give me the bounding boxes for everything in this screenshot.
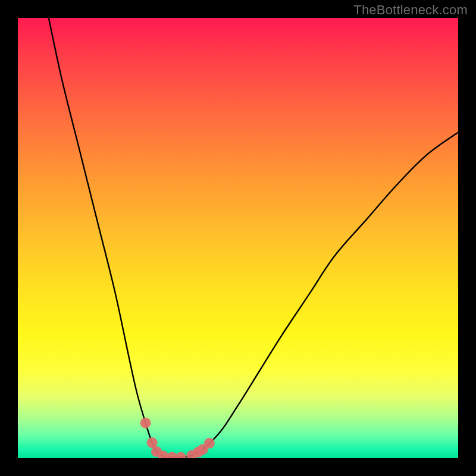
chart-container: TheBottleneck.com — [0, 0, 476, 476]
marker-point — [176, 452, 186, 458]
marker-point — [140, 418, 151, 428]
bottleneck-curve — [49, 18, 458, 458]
watermark-text: TheBottleneck.com — [353, 2, 468, 18]
curve-layer — [18, 18, 458, 458]
marker-group — [140, 418, 215, 458]
plot-area — [18, 18, 458, 458]
marker-point — [204, 438, 215, 449]
